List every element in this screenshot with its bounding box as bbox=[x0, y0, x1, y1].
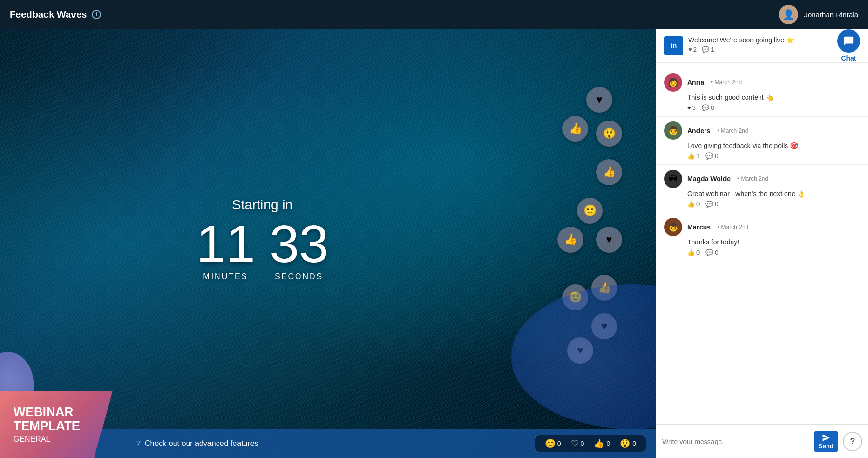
chat-bubble-icon bbox=[843, 36, 854, 46]
chat-message-anna: 👩 Anna • March 2nd This is such good con… bbox=[656, 68, 868, 117]
chat-panel: in Welcome! We're soon going live ⭐ ♥ 2 … bbox=[656, 29, 868, 458]
msg-header-anders: 👨 Anders • March 2nd bbox=[664, 121, 860, 140]
first-post-likes: ♥ 2 bbox=[688, 46, 697, 53]
minutes-value: 11 bbox=[196, 217, 255, 270]
like-icon: 👍 bbox=[687, 249, 695, 256]
first-post-reactions: ♥ 2 💬 1 bbox=[688, 46, 831, 53]
check-icon: ☑ bbox=[135, 439, 142, 448]
user-name: Jonathan Rintala bbox=[804, 11, 858, 19]
features-label: Check out our advanced features bbox=[145, 439, 258, 448]
reaction-btn-heart[interactable]: ♡ 0 bbox=[567, 438, 588, 449]
starting-in-label: Starting in bbox=[196, 197, 329, 213]
timer-row: 11 MINUTES 33 SECONDS bbox=[196, 217, 329, 281]
first-post-comments: 💬 1 bbox=[702, 46, 714, 53]
like-icon: 👍 bbox=[687, 152, 695, 160]
magda-comment[interactable]: 💬 0 bbox=[705, 201, 718, 208]
chat-input-area: Send ? bbox=[656, 424, 868, 458]
reaction-bar: 😊 0 ♡ 0 👍 0 😲 0 bbox=[535, 435, 646, 452]
marcus-like[interactable]: 👍 0 bbox=[687, 249, 700, 256]
wow-count: 0 bbox=[632, 440, 636, 447]
smile-count: 0 bbox=[557, 440, 561, 447]
msg-text-anna: This is such good content 👆 bbox=[687, 94, 860, 101]
msg-date-anders: • March 2nd bbox=[717, 127, 748, 134]
anders-comments: 0 bbox=[715, 152, 718, 160]
magda-likes: 0 bbox=[696, 201, 700, 208]
comment-icon: 💬 bbox=[705, 201, 713, 208]
anna-comments: 0 bbox=[711, 104, 714, 111]
msg-name-marcus: Marcus bbox=[687, 223, 711, 231]
anna-comment[interactable]: 💬 0 bbox=[702, 104, 714, 111]
comments-count: 1 bbox=[711, 46, 714, 53]
header-right: 👤 Jonathan Rintala bbox=[779, 5, 858, 24]
first-post: in Welcome! We're soon going live ⭐ ♥ 2 … bbox=[664, 36, 831, 55]
chat-message-marcus: 👦 Marcus • March 2nd Thanks for today! 👍… bbox=[656, 213, 868, 261]
msg-text-anders: Love giving feedback via the polls 🎯 bbox=[687, 142, 860, 149]
msg-name-anders: Anders bbox=[687, 127, 710, 135]
send-icon bbox=[822, 433, 830, 442]
anders-like[interactable]: 👍 1 bbox=[687, 152, 700, 160]
chat-tab[interactable]: Chat bbox=[837, 29, 860, 62]
comment-icon: 💬 bbox=[702, 104, 709, 111]
msg-avatar-anna: 👩 bbox=[664, 73, 682, 92]
msg-date-marcus: • March 2nd bbox=[718, 224, 748, 230]
first-post-content: Welcome! We're soon going live ⭐ ♥ 2 💬 1 bbox=[688, 36, 831, 53]
comment-icon: 💬 bbox=[702, 46, 709, 53]
chat-icon-button[interactable] bbox=[837, 29, 860, 53]
info-icon[interactable]: i bbox=[92, 10, 101, 19]
avatar: 👤 bbox=[779, 5, 798, 24]
heart-count: 0 bbox=[581, 440, 584, 447]
anders-likes: 1 bbox=[696, 152, 700, 160]
like-icon: 👍 bbox=[687, 201, 695, 208]
countdown: Starting in 11 MINUTES 33 SECONDS bbox=[196, 197, 329, 281]
reaction-btn-smile[interactable]: 😊 0 bbox=[541, 438, 565, 449]
magda-comments: 0 bbox=[715, 201, 718, 208]
seconds-value: 33 bbox=[270, 217, 328, 270]
first-post-avatar: in bbox=[664, 36, 683, 55]
msg-date-magda: • March 2nd bbox=[737, 175, 768, 182]
msg-date-anna: • March 2nd bbox=[711, 79, 742, 86]
msg-header-marcus: 👦 Marcus • March 2nd bbox=[664, 218, 860, 236]
minutes-block: 11 MINUTES bbox=[196, 217, 255, 281]
msg-text-magda: Great webinar - when's the next one 👌 bbox=[687, 190, 860, 198]
main-layout: ♥ 👍 😲 👍 🙂 👍 ♥ 👍 🙂 ♥ ♥ Starting in 11 MIN… bbox=[0, 29, 868, 458]
first-post-text: Welcome! We're soon going live ⭐ bbox=[688, 36, 831, 44]
app-title: Feedback Waves bbox=[10, 9, 87, 20]
chat-input[interactable] bbox=[662, 438, 809, 445]
like-count: 0 bbox=[606, 440, 610, 447]
anders-comment[interactable]: 💬 0 bbox=[705, 152, 718, 160]
chat-message-magda: 🕶 Magda Wolde • March 2nd Great webinar … bbox=[656, 165, 868, 213]
smile-icon: 😊 bbox=[545, 438, 556, 449]
heart-icon: ♡ bbox=[571, 438, 579, 449]
reaction-btn-wow[interactable]: 😲 0 bbox=[616, 438, 640, 449]
msg-name-magda: Magda Wolde bbox=[687, 175, 731, 183]
marcus-comment[interactable]: 💬 0 bbox=[705, 249, 718, 256]
chat-message-anders: 👨 Anders • March 2nd Love giving feedbac… bbox=[656, 117, 868, 165]
chat-tab-label: Chat bbox=[841, 54, 856, 62]
chat-header: in Welcome! We're soon going live ⭐ ♥ 2 … bbox=[656, 29, 868, 63]
template-line2: TEMPLATE bbox=[14, 419, 112, 433]
help-button[interactable]: ? bbox=[843, 432, 862, 451]
heart-icon-small: ♥ bbox=[688, 46, 692, 53]
app-header: Feedback Waves i 👤 Jonathan Rintala bbox=[0, 0, 868, 29]
msg-name-anna: Anna bbox=[687, 79, 704, 86]
wow-icon: 😲 bbox=[620, 438, 630, 449]
linkedin-icon: in bbox=[671, 42, 677, 50]
seconds-block: 33 SECONDS bbox=[270, 217, 328, 281]
msg-avatar-marcus: 👦 bbox=[664, 218, 682, 236]
send-button[interactable]: Send bbox=[814, 431, 838, 452]
likes-count: 2 bbox=[693, 46, 697, 53]
marcus-likes: 0 bbox=[696, 249, 700, 256]
send-label: Send bbox=[818, 443, 834, 450]
advanced-features-text[interactable]: ☑ Check out our advanced features bbox=[135, 439, 258, 448]
msg-avatar-magda: 🕶 bbox=[664, 170, 682, 188]
msg-header-anna: 👩 Anna • March 2nd bbox=[664, 73, 860, 92]
reaction-btn-like[interactable]: 👍 0 bbox=[590, 438, 614, 449]
anna-heart[interactable]: ♥ 3 bbox=[687, 104, 696, 111]
anna-likes: 3 bbox=[692, 104, 696, 111]
minutes-label: MINUTES bbox=[196, 272, 255, 281]
msg-text-marcus: Thanks for today! bbox=[687, 238, 860, 246]
like-icon: 👍 bbox=[594, 438, 604, 449]
msg-avatar-anders: 👨 bbox=[664, 121, 682, 140]
magda-like[interactable]: 👍 0 bbox=[687, 201, 700, 208]
comment-icon: 💬 bbox=[705, 249, 713, 256]
